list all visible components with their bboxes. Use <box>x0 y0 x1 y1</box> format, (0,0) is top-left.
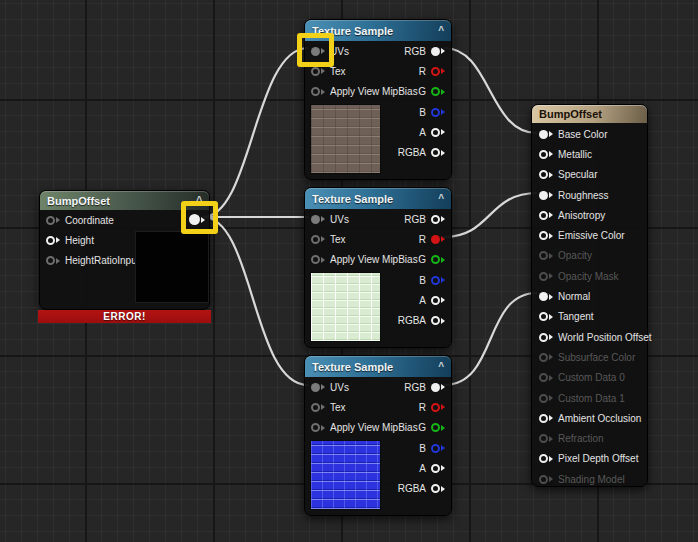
pin-label: Specular <box>558 169 597 180</box>
collapse-chevron-icon[interactable]: ^ <box>438 26 444 36</box>
highlight-box-uvs-pin <box>297 33 334 67</box>
node-texture-sample-2[interactable]: Texture Sample ^ UVsTexApply View MipBia… <box>304 187 452 348</box>
pin-label: A <box>419 463 426 474</box>
pin-row: G <box>398 250 445 270</box>
opacity-pin[interactable] <box>539 251 553 260</box>
coordinate-pin[interactable] <box>46 216 60 225</box>
opacity-mask-pin[interactable] <box>539 272 553 281</box>
pin-label: Metallic <box>558 149 592 160</box>
pin-row: Metallic <box>539 144 652 164</box>
refraction-pin[interactable] <box>539 434 553 443</box>
pin-label: B <box>419 107 426 118</box>
rgba-pin[interactable] <box>431 316 445 325</box>
pin-label: Tangent <box>558 311 594 322</box>
height-pin[interactable] <box>46 236 60 245</box>
node-header[interactable]: Texture Sample ^ <box>305 188 451 209</box>
roughness-pin[interactable] <box>539 191 553 200</box>
node-header[interactable]: Texture Sample ^ <box>305 356 451 377</box>
emissive-color-pin[interactable] <box>539 231 553 240</box>
pin-row: Custom Data 0 <box>539 368 652 388</box>
pin-label: Anisotropy <box>558 210 605 221</box>
pin-label: Normal <box>558 291 590 302</box>
uvs-pin[interactable] <box>311 215 325 224</box>
pin-label: Ambient Occlusion <box>558 413 641 424</box>
normal-pin[interactable] <box>539 292 553 301</box>
b-pin[interactable] <box>431 108 445 117</box>
heightratioinput-pin[interactable] <box>46 256 60 265</box>
pin-row: B <box>398 102 445 122</box>
metallic-pin[interactable] <box>539 150 553 159</box>
custom-data-0-pin[interactable] <box>539 373 553 382</box>
pin-row: G <box>398 418 445 438</box>
rgb-pin[interactable] <box>431 47 445 56</box>
b-pin[interactable] <box>431 276 445 285</box>
shading-model-pin[interactable] <box>539 475 553 484</box>
apply-view-mipbias-pin[interactable] <box>311 87 325 96</box>
node-graph-canvas[interactable]: BumpOffset ^ CoordinateHeightHeightRatio… <box>0 0 698 542</box>
wire-r2-to-roughness[interactable] <box>444 193 537 237</box>
pin-row: Emissive Color <box>539 225 652 245</box>
pin-label: Shading Model <box>558 474 625 485</box>
node-texture-sample-3[interactable]: Texture Sample ^ UVsTexApply View MipBia… <box>304 355 452 516</box>
pin-row: Custom Data 1 <box>539 388 652 408</box>
pin-label: G <box>418 254 426 265</box>
collapse-chevron-icon[interactable]: ^ <box>438 362 444 372</box>
world-position-offset-pin[interactable] <box>539 333 553 342</box>
rgb-pin[interactable] <box>431 215 445 224</box>
pixel-depth-offset-pin[interactable] <box>539 454 553 463</box>
pin-label: RGB <box>404 46 426 57</box>
tex-pin[interactable] <box>311 235 325 244</box>
base-color-pin[interactable] <box>539 130 553 139</box>
custom-data-1-pin[interactable] <box>539 394 553 403</box>
pin-row: Opacity Mask <box>539 266 652 286</box>
a-pin[interactable] <box>431 296 445 305</box>
tex-pin[interactable] <box>311 403 325 412</box>
pin-row: Opacity <box>539 246 652 266</box>
apply-view-mipbias-pin[interactable] <box>311 255 325 264</box>
pin-row: Refraction <box>539 428 652 448</box>
node-header[interactable]: BumpOffset <box>532 105 647 123</box>
ambient-occlusion-pin[interactable] <box>539 414 553 423</box>
pin-label: R <box>419 402 426 413</box>
node-title: Texture Sample <box>312 193 438 205</box>
error-banner: ERROR! <box>38 310 211 323</box>
collapse-chevron-icon[interactable]: ^ <box>438 194 444 204</box>
pin-label: Base Color <box>558 129 607 140</box>
pin-row: RGBA <box>398 142 445 162</box>
pin-label: RGBA <box>398 483 426 494</box>
rgba-pin[interactable] <box>431 148 445 157</box>
rgb-pin[interactable] <box>431 383 445 392</box>
r-pin[interactable] <box>431 403 445 412</box>
node-material-result[interactable]: BumpOffset Base ColorMetallicSpecularRou… <box>531 104 648 487</box>
b-pin[interactable] <box>431 444 445 453</box>
subsurface-color-pin[interactable] <box>539 353 553 362</box>
wire-rgb1-to-basecolor[interactable] <box>444 48 537 133</box>
pin-label: RGB <box>404 214 426 225</box>
rgba-pin[interactable] <box>431 484 445 493</box>
pin-label: World Position Offset <box>558 332 652 343</box>
node-title: BumpOffset <box>47 195 196 207</box>
g-pin[interactable] <box>431 423 445 432</box>
wire-output-to-uvs-1[interactable] <box>203 48 308 217</box>
pin-row: Base Color <box>539 124 652 144</box>
pin-row: RGB <box>398 41 445 61</box>
pin-label: G <box>418 86 426 97</box>
anisotropy-pin[interactable] <box>539 211 553 220</box>
pin-label: Tex <box>330 66 346 77</box>
wire-output-to-uvs-3[interactable] <box>203 217 308 385</box>
tangent-pin[interactable] <box>539 312 553 321</box>
pin-label: R <box>419 66 426 77</box>
specular-pin[interactable] <box>539 170 553 179</box>
a-pin[interactable] <box>431 128 445 137</box>
pin-label: Pixel Depth Offset <box>558 453 638 464</box>
r-pin[interactable] <box>431 235 445 244</box>
wire-rgb3-to-normal[interactable] <box>444 293 537 385</box>
a-pin[interactable] <box>431 464 445 473</box>
pin-label: RGB <box>404 382 426 393</box>
g-pin[interactable] <box>431 87 445 96</box>
tex-pin[interactable] <box>311 67 325 76</box>
r-pin[interactable] <box>431 67 445 76</box>
apply-view-mipbias-pin[interactable] <box>311 423 325 432</box>
g-pin[interactable] <box>431 255 445 264</box>
uvs-pin[interactable] <box>311 383 325 392</box>
